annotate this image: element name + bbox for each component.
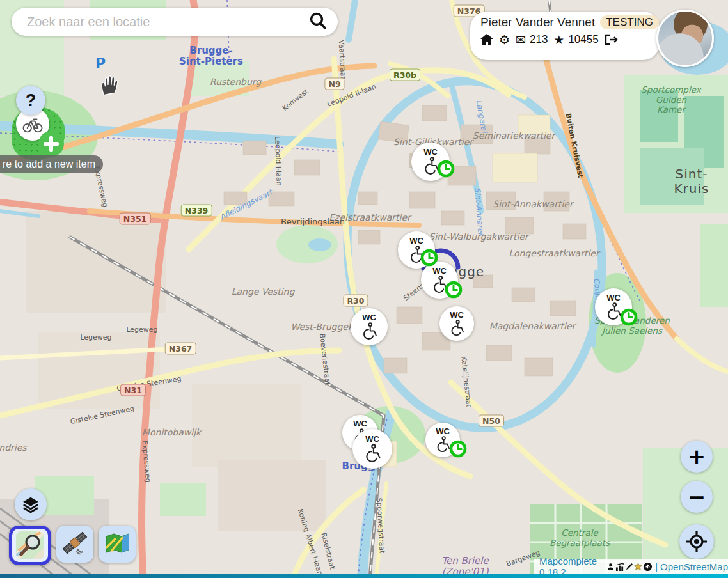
- layers-icon: [22, 496, 40, 513]
- opening-hours-badge: [437, 160, 455, 178]
- road-ref-badge: N367: [165, 343, 196, 355]
- map-label: Gistelse Steenweg: [70, 405, 135, 426]
- search-input[interactable]: [26, 14, 307, 30]
- map-label: Katelijnestraat: [459, 355, 473, 407]
- attribution-separator: |: [655, 561, 658, 572]
- messages-icon[interactable]: ✉: [516, 34, 526, 46]
- map-label: Expressweg: [140, 441, 152, 483]
- map-label: Leopold I-laan: [273, 136, 282, 186]
- map-overlays: PBrugge- Sint-PietersRustenburgVaartstra…: [0, 0, 728, 578]
- avatar-image[interactable]: [656, 10, 714, 67]
- map-label: Bevrijdingslaan: [281, 217, 345, 227]
- toilet-marker-label: WC: [432, 267, 447, 275]
- mapcomplete-app: PBrugge- Sint-PietersRustenburgVaartstra…: [0, 0, 728, 578]
- map-label: Afleidingsvaart: [219, 188, 274, 222]
- background-option-map[interactable]: [99, 526, 136, 563]
- magnifier-icon: [16, 531, 44, 559]
- road-ref-badge: N351: [120, 213, 151, 225]
- gear-icon[interactable]: ⚙: [499, 34, 510, 46]
- search-bar: [12, 8, 338, 36]
- opening-hours-clock-icon: [449, 440, 467, 458]
- map-label: Monitobawijk: [142, 427, 201, 437]
- user-panel: Pieter Vander Vennet TESTING ⚙ ✉ 213 ★ 1…: [470, 12, 660, 60]
- star-icon: ★: [553, 34, 564, 46]
- map-label: Sint-Annarei: [473, 187, 485, 235]
- toilet-marker[interactable]: WC: [439, 306, 474, 341]
- map-label: Sint-Kruis: [674, 167, 710, 196]
- map-label: Riselstraat: [319, 532, 336, 570]
- map-label: P: [95, 55, 106, 71]
- toilet-marker-label: WC: [409, 237, 423, 245]
- map-label: Ezelstraatkwartier: [329, 212, 411, 223]
- background-layer-switcher: [9, 526, 136, 565]
- help-button[interactable]: ?: [16, 86, 45, 115]
- map-label: Spoorwegstraat: [374, 497, 385, 554]
- layers-button[interactable]: [15, 488, 47, 520]
- contributors-icon[interactable]: [606, 563, 615, 571]
- map-label: Rustenburg: [210, 77, 261, 87]
- logout-icon[interactable]: [605, 34, 619, 45]
- map-label: Koning Albert I-laan: [296, 508, 324, 576]
- changesets-count[interactable]: 10455: [568, 33, 598, 46]
- toilet-marker[interactable]: WC: [351, 308, 388, 345]
- map-label: Vaartstraat: [336, 40, 347, 79]
- background-option-satellite[interactable]: [56, 526, 93, 563]
- zoom-out-button[interactable]: −: [681, 481, 713, 513]
- map-label: ndries: [0, 442, 27, 453]
- map-label: Sint-Annakwartier: [493, 199, 573, 209]
- testing-badge: TESTING: [600, 15, 659, 29]
- bottom-progress-bar: [0, 574, 728, 578]
- osm-map-thumbnail: [16, 531, 44, 559]
- satellite-icon: [61, 530, 89, 558]
- zoom-in-button[interactable]: +: [681, 441, 713, 473]
- edit-pen-icon[interactable]: [625, 563, 633, 571]
- map-label: Legeweg: [80, 334, 111, 342]
- opening-hours-clock-icon: [437, 160, 455, 178]
- map-label: Magdalenakwartier: [489, 321, 576, 331]
- wheelchair-icon: [362, 443, 383, 464]
- map-label: Leopold II-laan: [326, 83, 377, 109]
- map-label: Gistelse Steenweg: [116, 375, 182, 393]
- wheelchair-icon: [360, 322, 379, 341]
- map-label: Seminariekwartier: [473, 130, 555, 141]
- map-label: Lange Vesting: [232, 286, 295, 297]
- map-label: Boeveriestraat: [317, 333, 331, 386]
- user-name[interactable]: Pieter Vander Vennet: [480, 15, 595, 29]
- opening-hours-badge: [445, 281, 463, 299]
- folded-map-icon: [103, 530, 131, 558]
- attribution-icons: [606, 562, 653, 572]
- home-icon[interactable]: [480, 34, 493, 46]
- opening-hours-clock-icon: [620, 308, 638, 326]
- add-item-plus-button[interactable]: [38, 131, 64, 157]
- toilet-marker-label: WC: [606, 293, 621, 302]
- geolocation-icon: [686, 531, 708, 552]
- road-ref-badge: N339: [181, 205, 212, 217]
- road-ref-badge: R30: [343, 295, 368, 307]
- attribution-bar: Mapcomplete 0.18.2 | OpenStreetMap: [534, 559, 728, 574]
- circle-badge-icon[interactable]: [643, 562, 653, 572]
- opening-hours-clock-icon: [445, 281, 463, 299]
- add-item-tooltip: re to add a new item: [0, 155, 103, 173]
- geolocate-button[interactable]: [679, 524, 714, 559]
- toilet-marker[interactable]: WC: [352, 429, 392, 469]
- statistics-icon[interactable]: [615, 563, 624, 571]
- award-icon[interactable]: [634, 563, 642, 571]
- map-label: Sportcomplex Gulden Kamer: [641, 85, 700, 115]
- map-label: Langerei: [474, 99, 489, 134]
- map-label: Sint-Walburgakwartier: [429, 231, 528, 242]
- wheelchair-icon: [448, 319, 466, 337]
- road-ref-badge: N9: [324, 78, 344, 90]
- toilet-marker-label: WC: [362, 313, 376, 322]
- map-label: Centrale Begraafplaats: [550, 528, 610, 548]
- toilet-marker-label: WC: [353, 419, 367, 428]
- background-option-osm[interactable]: [9, 526, 51, 565]
- toilet-marker-label: WC: [450, 311, 464, 319]
- road-ref-badge: N50: [479, 415, 504, 427]
- road-ref-badge: R30b: [390, 69, 420, 81]
- map-label: Legeweg: [126, 326, 157, 334]
- opening-hours-badge: [620, 308, 638, 326]
- road-ref-badge: N31: [120, 384, 146, 396]
- search-icon[interactable]: [307, 11, 329, 33]
- messages-count[interactable]: 213: [530, 33, 548, 46]
- openstreetmap-link[interactable]: OpenStreetMap: [660, 561, 728, 572]
